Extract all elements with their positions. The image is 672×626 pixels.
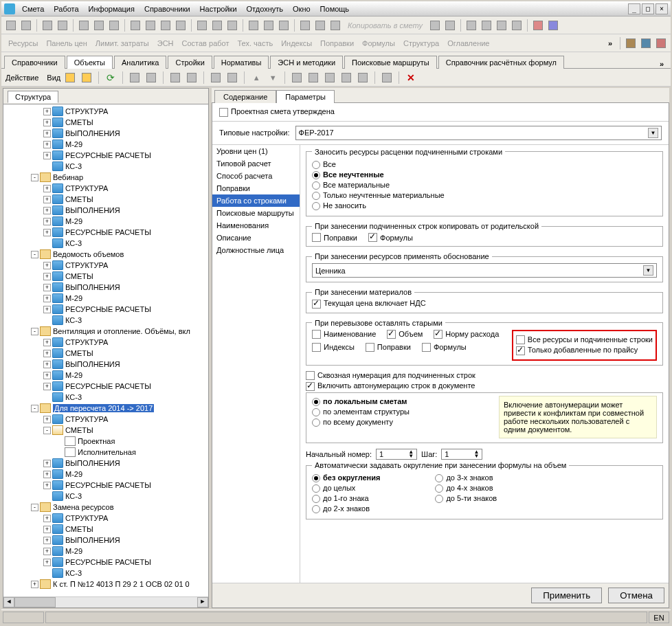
tree-item[interactable]: +РЕСУРСНЫЕ РАСЧЕТЫ [5, 304, 207, 315]
tool-book2-icon[interactable] [546, 19, 560, 32]
tab-Справочники[interactable]: Справочники [4, 56, 65, 69]
chk-autonumbering[interactable]: Включить автонумерацию строк в документе [306, 381, 475, 390]
tree-item[interactable]: Исполнительная [5, 447, 207, 458]
tool-cut-icon[interactable] [298, 19, 312, 32]
menu-Отдохнуть[interactable]: Отдохнуть [243, 3, 288, 14]
toolbar-overflow[interactable]: » [604, 39, 616, 47]
radio-autonum-0[interactable]: по локальным сметам [312, 397, 407, 405]
typical-combo[interactable]: ФЕР-2017 ▼ [295, 126, 662, 140]
tool-n-icon[interactable] [510, 19, 524, 32]
minimize-button[interactable]: _ [628, 3, 640, 14]
tabs-overflow[interactable]: » [656, 60, 668, 68]
h-scrollbar[interactable]: ◄ ► [3, 596, 208, 607]
tool-i-icon[interactable] [262, 19, 276, 32]
param-cat[interactable]: Поправки [212, 182, 300, 194]
radio-g1-0[interactable]: Все [312, 160, 336, 168]
toolbtn-Индексы[interactable]: Индексы [277, 39, 316, 47]
tree-item[interactable]: +СТРУКТУРА [5, 414, 207, 425]
tool-truck1-icon[interactable] [639, 36, 653, 50]
tree-item[interactable]: +СМЕТЫ [5, 524, 207, 535]
tree-item[interactable]: КС-3 [5, 491, 207, 502]
tool-f-icon[interactable] [210, 19, 224, 32]
tree-item[interactable]: +К ст. П №12 4013 П 29 2 1 ОСВ 02 01 0 [5, 579, 207, 590]
act-4-icon[interactable] [185, 71, 199, 85]
tree-item[interactable]: +ВЫПОЛНЕНИЯ [5, 535, 207, 546]
rp-tab-Содержание[interactable]: Содержание [214, 90, 276, 103]
param-cat[interactable]: Поисковые маршруты [212, 207, 300, 219]
radio-round-l1[interactable]: до целых [312, 484, 355, 492]
chk-norm[interactable]: Норму расхода [434, 330, 499, 339]
act-10-icon[interactable] [339, 71, 353, 85]
tool-e-icon[interactable] [195, 19, 209, 32]
radio-g1-2[interactable]: Все материальные [312, 181, 390, 189]
chk-only-price[interactable]: Только добавленные по прайсу [516, 346, 638, 354]
act-7-icon[interactable] [290, 71, 304, 85]
radio-round-r0[interactable]: до 3-х знаков [435, 473, 493, 482]
tab-Поисковые маршруты[interactable]: Поисковые маршруты [344, 56, 437, 69]
close-button[interactable]: × [656, 3, 668, 14]
tool-l-icon[interactable] [443, 19, 457, 32]
tree-item[interactable]: -Ведомость объемов [5, 249, 207, 260]
toolbtn-Состав работ[interactable]: Состав работ [178, 39, 234, 47]
chk-nds[interactable]: Текущая цена включает НДС [312, 299, 426, 307]
tool-undo-icon[interactable] [92, 19, 106, 32]
menu-Информация[interactable]: Информация [85, 3, 139, 14]
tree-item[interactable]: +СМЕТЫ [5, 194, 207, 205]
arrow-up-icon[interactable]: ▲ [249, 71, 263, 85]
menu-Окно[interactable]: Окно [289, 3, 315, 14]
param-cat[interactable]: Наименования [212, 219, 300, 232]
tree-item[interactable]: +М-29 [5, 293, 207, 304]
chk-formuly2[interactable]: Формулы [422, 343, 467, 352]
step-input[interactable]: 1▲▼ [441, 449, 482, 460]
arrow-down-icon[interactable]: ▼ [266, 71, 280, 85]
tree-item[interactable]: +ВЫПОЛНЕНИЯ [5, 205, 207, 216]
tool-j-icon[interactable] [277, 19, 291, 32]
radio-round-r2[interactable]: до 5-ти знаков [435, 494, 497, 502]
tool-m-icon[interactable] [495, 19, 508, 32]
language-indicator[interactable]: EN [649, 612, 669, 623]
tree-item[interactable]: +М-29 [5, 139, 207, 150]
tool-b-icon[interactable] [144, 19, 157, 32]
tab-ЭСН и методики[interactable]: ЭСН и методики [270, 56, 343, 69]
tree-item[interactable]: КС-3 [5, 568, 207, 579]
act-3-icon[interactable] [168, 71, 182, 85]
approved-checkbox[interactable]: Проектная смета утверждена [219, 107, 335, 115]
tool-d-icon[interactable] [174, 19, 188, 32]
act-5-icon[interactable] [209, 71, 223, 85]
radio-g1-3[interactable]: Только неучтенные материальные [312, 191, 445, 199]
tree-item[interactable]: +РЕСУРСНЫЕ РАСЧЕТЫ [5, 381, 207, 392]
maximize-button[interactable]: □ [642, 3, 654, 14]
tree-item[interactable]: +М-29 [5, 469, 207, 480]
tree-item[interactable]: +М-29 [5, 216, 207, 227]
tab-Справочник расчётных формул[interactable]: Справочник расчётных формул [438, 56, 564, 69]
menu-Помощь[interactable]: Помощь [316, 3, 354, 14]
tree-item[interactable]: -СМЕТЫ [5, 425, 207, 436]
tool-redo-icon[interactable] [107, 19, 121, 32]
tree-item[interactable]: +РЕСУРСНЫЕ РАСЧЕТЫ [5, 150, 207, 161]
tree-item[interactable]: КС-3 [5, 161, 207, 172]
apply-button[interactable]: Применить [531, 588, 602, 603]
chk-name[interactable]: Наименование [312, 330, 376, 339]
menu-Настройки[interactable]: Настройки [196, 3, 241, 14]
tree-item[interactable]: +ВЫПОЛНЕНИЯ [5, 359, 207, 370]
tree-item[interactable]: +СМЕТЫ [5, 271, 207, 282]
radio-round-l2[interactable]: до 1-го знака [312, 494, 369, 502]
tree-item[interactable]: +СМЕТЫ [5, 348, 207, 359]
chk-volume[interactable]: Объем [387, 330, 423, 339]
tree-item[interactable]: Проектная [5, 436, 207, 447]
toolbtn-Формулы[interactable]: Формулы [358, 39, 399, 47]
param-cat[interactable]: Описание [212, 232, 300, 244]
start-number-input[interactable]: 1▲▼ [376, 449, 417, 460]
chk-indexes[interactable]: Индексы [312, 343, 355, 352]
tree-item[interactable]: -Вентиляция и отопление. Объёмы, вкл [5, 326, 207, 337]
toolbtn-Оглавление[interactable]: Оглавление [443, 39, 493, 47]
toolbtn-Ресурсы[interactable]: Ресурсы [4, 39, 42, 47]
chk-popravki[interactable]: Поправки [312, 233, 357, 242]
action-menu[interactable]: Действие [5, 74, 38, 82]
param-cat[interactable]: Должностные лица [212, 244, 300, 256]
chk-all-resources[interactable]: Все ресурсы и подчиненные строки [516, 335, 653, 344]
folder-up-icon[interactable] [63, 71, 77, 85]
param-cat[interactable]: Уровни цен (1) [212, 145, 300, 157]
tool-hammer-icon[interactable] [624, 36, 638, 50]
toolbtn-Панель цен[interactable]: Панель цен [42, 39, 91, 47]
